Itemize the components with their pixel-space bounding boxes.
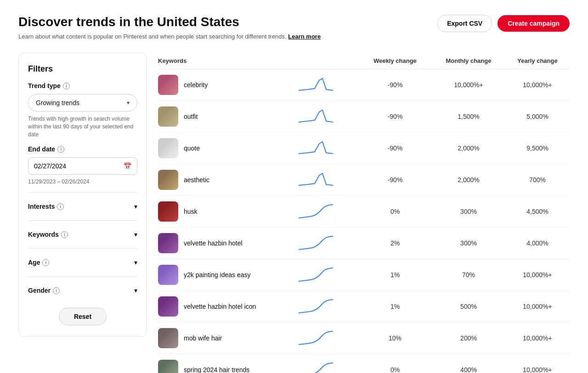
end-date-label: End date i bbox=[28, 145, 137, 153]
keyword-cell: velvette hazbin hotel icon bbox=[158, 296, 276, 317]
table-row[interactable]: mob wife hair 10% 200% 10,000%+ bbox=[158, 323, 570, 354]
keywords-filter-row[interactable]: Keywords i ▾ bbox=[28, 228, 137, 241]
date-range-hint: 11/29/2023 – 02/26/2024 bbox=[28, 178, 137, 185]
keyword-cell: spring 2024 hair trends bbox=[158, 360, 276, 373]
trend-type-group: Trend type i Growing trends ▾ Trends wit… bbox=[28, 82, 137, 138]
table-row[interactable]: velvette hazbin hotel icon 1% 500% 10,00… bbox=[158, 291, 570, 323]
table-row[interactable]: husk 0% 300% 4,500% bbox=[158, 196, 570, 228]
col-keywords: Keywords bbox=[158, 57, 276, 64]
table-row[interactable]: spring 2024 hair trends 0% 400% 10,000%+ bbox=[158, 354, 570, 373]
yearly-change: 10,000%+ bbox=[505, 334, 570, 342]
gender-filter-row[interactable]: Gender i ▾ bbox=[28, 284, 137, 297]
table-body: celebrity -90% 10,000%+ 10,000%+ outfit … bbox=[158, 69, 570, 373]
monthly-change: 500% bbox=[432, 303, 505, 310]
chevron-down-icon: ▾ bbox=[127, 100, 130, 106]
keyword-thumbnail bbox=[158, 75, 178, 95]
sparkline-cell bbox=[276, 140, 358, 156]
divider-3 bbox=[28, 248, 137, 249]
yearly-change: 5,000% bbox=[505, 113, 570, 120]
yearly-change: 4,000% bbox=[505, 239, 570, 247]
keywords-info-icon[interactable]: i bbox=[61, 231, 68, 238]
keyword-thumbnail bbox=[158, 233, 178, 253]
keyword-cell: outfit bbox=[158, 106, 276, 127]
trends-table: Keywords Weekly change Monthly change Ye… bbox=[158, 53, 570, 373]
gender-info-icon[interactable]: i bbox=[53, 287, 60, 294]
trend-type-info-icon[interactable]: i bbox=[63, 83, 70, 89]
monthly-change: 10,000%+ bbox=[432, 81, 505, 89]
keyword-cell: mob wife hair bbox=[158, 328, 276, 348]
keyword-cell: aesthetic bbox=[158, 170, 276, 190]
col-weekly: Weekly change bbox=[358, 57, 432, 64]
trend-type-select[interactable]: Growing trends ▾ bbox=[28, 94, 137, 111]
calendar-icon[interactable]: 📅 bbox=[124, 162, 131, 170]
weekly-change: -90% bbox=[358, 145, 432, 152]
keyword-thumbnail bbox=[158, 138, 178, 158]
keyword-thumbnail bbox=[158, 106, 178, 127]
age-info-icon[interactable]: i bbox=[42, 259, 49, 266]
weekly-change: -90% bbox=[358, 81, 432, 89]
divider-4 bbox=[28, 276, 137, 277]
interests-info-icon[interactable]: i bbox=[57, 203, 64, 210]
monthly-change: 70% bbox=[432, 271, 505, 278]
table-row[interactable]: quote -90% 2,000% 9,500% bbox=[158, 133, 570, 164]
monthly-change: 200% bbox=[432, 334, 505, 342]
header-left: Discover trends in the United States Lea… bbox=[18, 15, 321, 40]
weekly-change: 1% bbox=[358, 303, 432, 310]
page-subtitle: Learn about what content is popular on P… bbox=[18, 33, 321, 40]
page-title: Discover trends in the United States bbox=[18, 15, 321, 29]
sparkline-cell bbox=[276, 203, 358, 220]
table-row[interactable]: aesthetic -90% 2,000% 700% bbox=[158, 164, 570, 196]
sparkline-cell bbox=[276, 298, 358, 315]
sparkline-cell bbox=[276, 330, 358, 346]
table-row[interactable]: celebrity -90% 10,000%+ 10,000%+ bbox=[158, 69, 570, 101]
end-date-input-wrap: 📅 bbox=[28, 157, 137, 175]
keyword-name: celebrity bbox=[184, 81, 208, 89]
col-monthly: Monthly change bbox=[432, 57, 505, 64]
keyword-name: outfit bbox=[184, 113, 198, 120]
interests-filter-row[interactable]: Interests i ▾ bbox=[28, 200, 137, 213]
yearly-change: 10,000%+ bbox=[505, 303, 570, 310]
reset-button[interactable]: Reset bbox=[59, 308, 107, 325]
table-row[interactable]: outfit -90% 1,500% 5,000% bbox=[158, 101, 570, 133]
monthly-change: 2,000% bbox=[432, 145, 505, 152]
yearly-change: 10,000%+ bbox=[505, 271, 570, 278]
yearly-change: 9,500% bbox=[505, 145, 570, 152]
header-actions: Export CSV Create campaign bbox=[437, 15, 570, 32]
divider-2 bbox=[28, 220, 137, 221]
gender-chevron-icon: ▾ bbox=[134, 287, 137, 294]
sparkline-cell bbox=[276, 235, 358, 251]
sparkline-cell bbox=[276, 172, 358, 188]
end-date-group: End date i 📅 11/29/2023 – 02/26/2024 bbox=[28, 145, 137, 185]
weekly-change: 2% bbox=[358, 239, 432, 247]
create-campaign-button[interactable]: Create campaign bbox=[498, 15, 570, 32]
keyword-thumbnail bbox=[158, 170, 178, 190]
end-date-info-icon[interactable]: i bbox=[57, 146, 64, 153]
keyword-cell: velvette hazbin hotel bbox=[158, 233, 276, 253]
learn-more-link[interactable]: Learn more bbox=[288, 33, 321, 40]
keyword-cell: y2k painting ideas easy bbox=[158, 265, 276, 285]
monthly-change: 400% bbox=[432, 366, 505, 373]
col-chart bbox=[276, 57, 358, 64]
trend-type-label: Trend type i bbox=[28, 82, 137, 89]
yearly-change: 10,000%+ bbox=[505, 366, 570, 373]
monthly-change: 300% bbox=[432, 208, 505, 215]
keyword-name: velvette hazbin hotel icon bbox=[184, 303, 256, 310]
weekly-change: -90% bbox=[358, 176, 432, 184]
divider-1 bbox=[28, 192, 137, 193]
keyword-thumbnail bbox=[158, 201, 178, 222]
table-row[interactable]: velvette hazbin hotel 2% 300% 4,000% bbox=[158, 228, 570, 259]
end-date-input[interactable] bbox=[34, 162, 124, 170]
main-layout: Filters Trend type i Growing trends ▾ Tr… bbox=[18, 53, 570, 373]
weekly-change: 0% bbox=[358, 366, 432, 373]
sparkline-cell bbox=[276, 77, 358, 93]
table-row[interactable]: y2k painting ideas easy 1% 70% 10,000%+ bbox=[158, 259, 570, 291]
keyword-name: velvette hazbin hotel bbox=[184, 239, 243, 247]
age-chevron-icon: ▾ bbox=[134, 259, 137, 266]
keyword-cell: quote bbox=[158, 138, 276, 158]
keyword-cell: husk bbox=[158, 201, 276, 222]
monthly-change: 2,000% bbox=[432, 176, 505, 184]
export-csv-button[interactable]: Export CSV bbox=[437, 15, 492, 32]
sparkline-cell bbox=[276, 362, 358, 373]
age-filter-row[interactable]: Age i ▾ bbox=[28, 256, 137, 269]
keyword-name: spring 2024 hair trends bbox=[184, 366, 249, 373]
